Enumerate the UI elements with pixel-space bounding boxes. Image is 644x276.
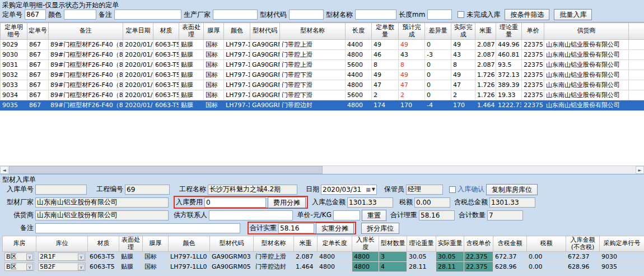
cell[interactable]: 山东南山铝业股份有限公司: [544, 60, 629, 70]
cell[interactable]: 4800: [318, 252, 352, 262]
cell[interactable]: 30.05: [436, 252, 464, 262]
column-header[interactable]: 材质: [88, 236, 119, 252]
unfinished-checkbox[interactable]: [458, 11, 464, 18]
cell[interactable]: 2020/01/13: [123, 40, 153, 50]
cell[interactable]: 贴膜: [179, 80, 204, 90]
cell[interactable]: 山东南山铝业股份有限公司: [544, 90, 629, 100]
cell[interactable]: 4800: [352, 262, 379, 272]
cell[interactable]: 国标: [204, 100, 224, 111]
cell[interactable]: 贴膜: [179, 70, 204, 80]
remark-input[interactable]: [114, 10, 181, 20]
unit-price-input[interactable]: [333, 210, 360, 220]
cell[interactable]: 4800: [346, 100, 372, 111]
total-amount-input[interactable]: [347, 197, 393, 208]
cell[interactable]: 0: [425, 80, 451, 90]
chevron-down-icon[interactable]: ∨: [26, 264, 33, 270]
column-header[interactable]: 供货商: [544, 23, 629, 40]
cell[interactable]: -4: [425, 100, 451, 111]
inbound-confirm-checkbox[interactable]: [449, 186, 456, 193]
cell[interactable]: 4800: [346, 50, 372, 60]
cell[interactable]: 2: [372, 90, 399, 100]
column-header[interactable]: 预计完成: [399, 23, 425, 40]
table-row[interactable]: 903486789#门框型材F26-F40（866+867）2020/01/13…: [1, 90, 644, 100]
table-row[interactable]: 903286789#门框型材F26-F40（866+867）2020/01/13…: [1, 70, 644, 80]
column-header[interactable]: 理论重量: [407, 236, 436, 252]
cell[interactable]: GA90GRM04: [250, 90, 280, 100]
cell[interactable]: 2020/01/13: [123, 60, 153, 70]
cell[interactable]: 867: [27, 50, 49, 60]
cell[interactable]: 174: [372, 100, 399, 111]
cell[interactable]: 460.81: [496, 50, 522, 60]
chevron-down-icon[interactable]: ▼: [372, 187, 375, 192]
scrollbar-thumb[interactable]: [9, 166, 323, 174]
cell[interactable]: 国标: [204, 80, 224, 90]
cell[interactable]: 449.96: [496, 40, 522, 50]
cell[interactable]: 2020/01/13: [123, 50, 153, 60]
chevron-down-icon[interactable]: ∨: [78, 264, 85, 270]
cell[interactable]: 9035: [600, 262, 644, 272]
cell[interactable]: 贴膜: [119, 252, 143, 262]
cell[interactable]: 贴膜: [119, 262, 143, 272]
cell[interactable]: 2.087: [475, 60, 496, 70]
cell[interactable]: LH797-1LL0: [224, 80, 250, 90]
filter-by-condition-button[interactable]: 按条件筛选: [505, 9, 549, 20]
column-header[interactable]: 表面处理: [119, 236, 143, 252]
actual-weight-allocate-button[interactable]: 实重分摊: [316, 223, 354, 234]
color-input[interactable]: [64, 10, 96, 20]
cell[interactable]: 49: [451, 70, 475, 80]
scroll-right-icon[interactable]: ►: [636, 166, 644, 174]
cell[interactable]: GA90GRM03: [250, 60, 280, 70]
column-header[interactable]: 定单长度: [318, 236, 352, 252]
cell[interactable]: 867: [27, 90, 49, 100]
column-header[interactable]: 型材名称: [254, 236, 294, 252]
cell[interactable]: 8: [399, 60, 425, 70]
column-header[interactable]: 定单号: [27, 23, 49, 40]
cell[interactable]: 22375: [522, 70, 544, 80]
cell[interactable]: 6063-T5: [153, 50, 179, 60]
column-header[interactable]: 含税单价: [464, 236, 493, 252]
cell[interactable]: 1.726: [475, 70, 496, 80]
cell[interactable]: 0.00: [527, 262, 566, 272]
cell[interactable]: 门带腔上滑: [280, 50, 346, 60]
cell[interactable]: 5600: [346, 60, 372, 70]
cell[interactable]: 43: [399, 50, 425, 60]
cell[interactable]: 47: [372, 80, 399, 90]
cell[interactable]: 6063-T5: [153, 60, 179, 70]
cell[interactable]: 89#门框型材F26-F40（866+867）: [49, 50, 123, 60]
cell[interactable]: 山东南山铝业股份有限公司: [544, 70, 629, 80]
cell[interactable]: 22.375: [464, 252, 493, 262]
cell[interactable]: 2020/01/13: [123, 90, 153, 100]
cell[interactable]: 3: [379, 252, 407, 262]
cell[interactable]: 1.726: [475, 80, 496, 90]
cell[interactable]: 4800: [318, 262, 352, 272]
cell[interactable]: 672.37: [566, 252, 600, 262]
scroll-left-icon[interactable]: ◄: [0, 166, 8, 174]
cell[interactable]: 贴膜: [179, 90, 204, 100]
combo-select[interactable]: 2R1F∨: [38, 252, 86, 261]
order-no-input[interactable]: [25, 10, 46, 20]
cell[interactable]: 0.00: [527, 252, 566, 262]
cell[interactable]: 9029: [1, 40, 27, 50]
cell[interactable]: 170: [451, 100, 475, 111]
column-header[interactable]: 库房: [3, 236, 36, 252]
cell[interactable]: 49: [399, 40, 425, 50]
column-header[interactable]: 膜厚: [204, 23, 224, 40]
column-header[interactable]: 含税金额: [493, 236, 527, 252]
table-row[interactable]: 903586789#门框型材F26-F40（866+867）2020/01/13…: [1, 100, 644, 111]
project-name-input[interactable]: [208, 185, 297, 195]
cell[interactable]: 22.375: [464, 262, 493, 272]
cell[interactable]: 22375: [522, 60, 544, 70]
cell[interactable]: 49: [451, 40, 475, 50]
cell[interactable]: LH797-1LL0: [224, 60, 250, 70]
column-header[interactable]: 单价: [522, 23, 544, 40]
cell[interactable]: 6063-T5: [153, 80, 179, 90]
cell[interactable]: 9031: [1, 60, 27, 70]
cell[interactable]: 9035: [1, 100, 27, 111]
column-header[interactable]: 颜色: [224, 23, 250, 40]
cell[interactable]: B区∨: [3, 262, 36, 272]
cell[interactable]: 1.464: [294, 262, 318, 272]
column-header[interactable]: 定单数量: [372, 23, 399, 40]
cell[interactable]: 贴膜: [179, 50, 204, 60]
cell[interactable]: 22375: [522, 50, 544, 60]
cell[interactable]: 门带腔下滑: [280, 80, 346, 90]
